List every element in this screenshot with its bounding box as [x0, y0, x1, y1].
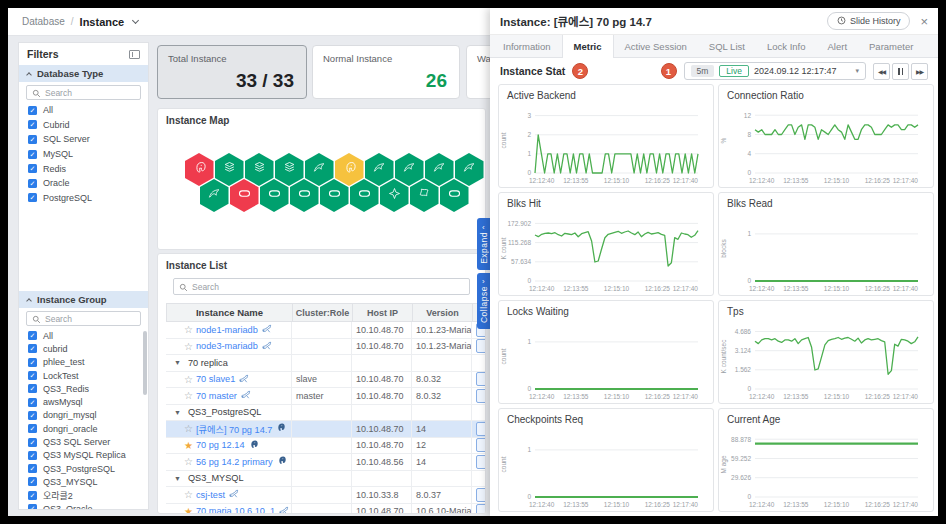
collapse-tab[interactable]: › Collapse: [477, 273, 490, 329]
star-filled-icon[interactable]: ★: [184, 440, 193, 451]
group-row[interactable]: ▼70 replica: [166, 355, 486, 372]
instance-name-link[interactable]: 70 slave1: [196, 374, 235, 384]
column-header[interactable]: Instance Name: [167, 304, 293, 321]
total-instance-card[interactable]: Total Instance 33 / 33: [157, 45, 307, 99]
instance-group-item[interactable]: ✓QS3 SQL Server: [19, 435, 148, 448]
instance-hexagon-oracle[interactable]: [260, 179, 289, 212]
triangle-down-icon[interactable]: ▼: [174, 475, 181, 482]
instance-group-item[interactable]: ✓QS3_PostgreSQL: [19, 462, 148, 475]
table-row[interactable]: ☆[큐에스] 70 pg 14.710.10.48.7014Ac: [166, 421, 486, 438]
table-row[interactable]: ☆56 pg 14.2 primary10.10.48.5614Ac: [166, 454, 486, 471]
action-button[interactable]: Ac: [476, 455, 486, 469]
table-row[interactable]: ☆csj-test10.10.33.88.0.37Ac: [166, 487, 486, 504]
database-type-item[interactable]: ✓Redis: [19, 161, 148, 176]
instance-group-item[interactable]: ✓dongri_mysql: [19, 409, 148, 422]
instance-name-link[interactable]: csj-test: [196, 490, 225, 500]
instance-name-link[interactable]: node1-mariadb: [196, 325, 258, 335]
close-icon[interactable]: ×: [920, 14, 928, 29]
tab-metric[interactable]: Metric: [562, 35, 614, 58]
star-outline-icon[interactable]: ☆: [184, 423, 193, 434]
instance-group-item[interactable]: ✓오라클2: [19, 489, 148, 502]
database-type-item[interactable]: ✓Cubrid: [19, 118, 148, 133]
instance-group-item[interactable]: ✓QS3 MySQL Replica: [19, 449, 148, 462]
database-type-item[interactable]: ✓All: [19, 103, 148, 118]
database-type-item[interactable]: ✓PostgreSQL: [19, 191, 148, 206]
table-row[interactable]: ☆70 slave1slave10.10.48.708.0.32Ac: [166, 372, 486, 389]
column-header[interactable]: Cluster:Role: [293, 304, 353, 321]
star-outline-icon[interactable]: ☆: [184, 374, 193, 385]
instance-group-item[interactable]: ✓All: [19, 329, 148, 342]
instance-group-item[interactable]: ✓LockTest: [19, 369, 148, 382]
slide-history-button[interactable]: Slide History: [827, 12, 911, 30]
action-button[interactable]: Ac: [476, 438, 486, 452]
table-row[interactable]: ★70 pg 12.1410.10.48.7012Ac: [166, 438, 486, 455]
instance-hexagon-postgresql[interactable]: [185, 153, 214, 186]
instance-hexagon-oracle[interactable]: [440, 179, 469, 212]
action-button[interactable]: Ac: [476, 372, 486, 386]
instance-hexagon-mysql[interactable]: [425, 153, 454, 186]
instance-hexagon-sqlserver[interactable]: [410, 179, 439, 212]
instance-name-link[interactable]: 56 pg 14.2 primary: [196, 457, 273, 467]
forward-button[interactable]: ▶▶: [911, 63, 928, 80]
instance-group-item[interactable]: ✓phlee_test: [19, 356, 148, 369]
interval-chip[interactable]: 5m: [691, 65, 715, 77]
instance-hexagon-postgresql[interactable]: [335, 153, 364, 186]
column-header[interactable]: Host IP: [353, 304, 413, 321]
instance-group-item[interactable]: ✓QS3_MYSQL: [19, 475, 148, 488]
normal-instance-card[interactable]: Normal Instance 26: [312, 45, 460, 99]
action-button[interactable]: Ac: [476, 389, 486, 403]
tab-sql-list[interactable]: SQL List: [698, 35, 756, 57]
star-outline-icon[interactable]: ☆: [184, 390, 193, 401]
table-row[interactable]: ☆node3-mariadb10.10.48.7010.1.23-MariaD……: [166, 339, 486, 356]
instance-group-item[interactable]: ✓dongri_oracle: [19, 422, 148, 435]
section-instance-group[interactable]: Instance Group: [19, 291, 148, 308]
chevron-down-icon[interactable]: [132, 16, 139, 23]
group-row[interactable]: ▼QS3_PostgreSQL: [166, 405, 486, 422]
group-row[interactable]: ▼QS3_MYSQL: [166, 471, 486, 488]
instance-group-search[interactable]: [26, 311, 141, 326]
instance-name-link[interactable]: 70 master: [196, 391, 237, 401]
instance-hexagon-oracle[interactable]: [290, 179, 319, 212]
instance-hexagon-cubrid[interactable]: [245, 153, 274, 186]
column-header[interactable]: Version: [413, 304, 473, 321]
instance-hexagon-cubrid[interactable]: [275, 153, 304, 186]
expand-tab[interactable]: ‹ Expand: [477, 218, 490, 270]
tab-information[interactable]: Information: [492, 35, 562, 57]
datetime-value[interactable]: 2024.09.12 12:17:47: [754, 66, 837, 76]
instance-group-item[interactable]: ✓cubrid: [19, 342, 148, 355]
table-row[interactable]: ★70 maria 10.6.10_110.10.48.7010.6.10-Ma…: [166, 504, 486, 515]
tab-alert[interactable]: Alert: [816, 35, 858, 57]
breadcrumb-page[interactable]: Instance: [80, 16, 125, 28]
dropdown-caret-icon[interactable]: ▾: [855, 67, 859, 75]
instance-hexagon-mysql[interactable]: [200, 179, 229, 212]
star-outline-icon[interactable]: ☆: [184, 489, 193, 500]
tab-active-session[interactable]: Active Session: [614, 35, 698, 57]
instance-hexagon-mysql[interactable]: [395, 153, 424, 186]
instance-name-link[interactable]: 70 pg 12.14: [196, 440, 245, 450]
pause-button[interactable]: [892, 63, 909, 80]
action-button[interactable]: Ac: [476, 422, 486, 436]
instance-hexagon-oracle[interactable]: [230, 179, 259, 212]
star-filled-icon[interactable]: ★: [184, 506, 193, 514]
rewind-button[interactable]: ◀◀: [873, 63, 890, 80]
instance-group-item[interactable]: ✓QS3_Oracle: [19, 502, 148, 509]
star-outline-icon[interactable]: ☆: [184, 456, 193, 467]
action-button[interactable]: Ac: [476, 504, 486, 514]
instance-hexagon-cubrid[interactable]: [215, 153, 244, 186]
database-type-item[interactable]: ✓Oracle: [19, 176, 148, 191]
instance-name-link[interactable]: [큐에스] 70 pg 14.7: [196, 422, 272, 436]
instance-group-item[interactable]: ✓QS3_Redis: [19, 382, 148, 395]
database-type-search[interactable]: [26, 85, 141, 100]
star-outline-icon[interactable]: ☆: [184, 324, 193, 335]
star-outline-icon[interactable]: ☆: [184, 341, 193, 352]
triangle-down-icon[interactable]: ▼: [174, 359, 181, 366]
tab-parameter[interactable]: Parameter: [858, 35, 924, 57]
instance-group-search-input[interactable]: [45, 314, 125, 324]
instance-hexagon-mysql[interactable]: [455, 153, 484, 186]
tab-lock-info[interactable]: Lock Info: [756, 35, 817, 57]
instance-name-link[interactable]: node3-mariadb: [196, 341, 258, 351]
instance-hexagon-oracle[interactable]: [320, 179, 349, 212]
triangle-down-icon[interactable]: ▼: [174, 409, 181, 416]
instance-hexagon-mysql[interactable]: [305, 153, 334, 186]
table-row[interactable]: ☆node1-mariadb10.10.48.7010.1.23-MariaD……: [166, 322, 486, 339]
